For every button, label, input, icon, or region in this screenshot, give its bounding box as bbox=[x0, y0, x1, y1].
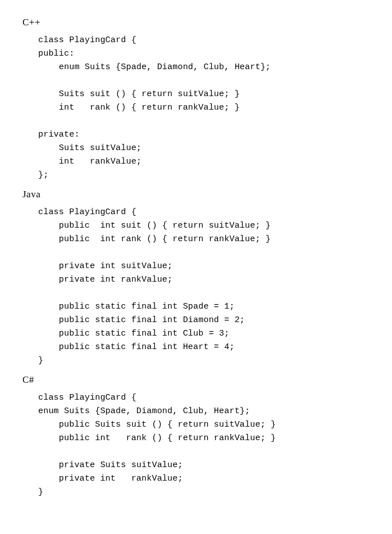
code-block-csharp: class PlayingCard { enum Suits {Spade, D… bbox=[38, 391, 370, 499]
section-java: Java class PlayingCard { public int suit… bbox=[22, 189, 370, 368]
code-block-cpp: class PlayingCard { public: enum Suits {… bbox=[38, 34, 370, 182]
section-csharp: C# class PlayingCard { enum Suits {Spade… bbox=[22, 374, 370, 499]
lang-heading-csharp: C# bbox=[22, 374, 370, 386]
code-block-java: class PlayingCard { public int suit () {… bbox=[38, 206, 370, 368]
lang-heading-cpp: C++ bbox=[22, 17, 370, 28]
lang-heading-java: Java bbox=[22, 189, 370, 200]
section-cpp: C++ class PlayingCard { public: enum Sui… bbox=[22, 17, 370, 182]
